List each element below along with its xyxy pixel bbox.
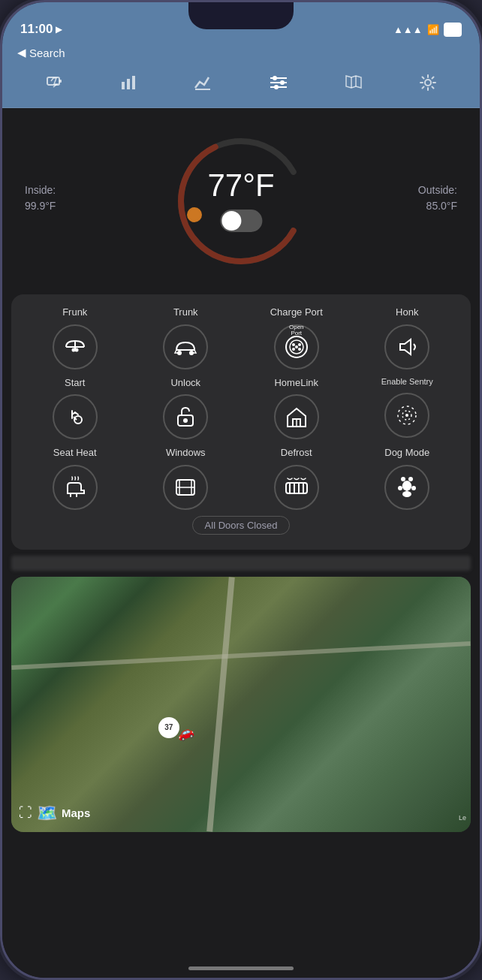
tab-controls[interactable] xyxy=(261,71,296,98)
tab-stats[interactable] xyxy=(113,71,144,98)
back-button[interactable]: ◀ Search xyxy=(17,46,65,59)
map-overlay xyxy=(11,577,471,832)
svg-point-29 xyxy=(298,343,301,346)
homelink-button[interactable] xyxy=(274,394,319,439)
svg-point-11 xyxy=(274,85,279,89)
door-status-badge: All Doors Closed xyxy=(192,516,291,535)
svg-rect-1 xyxy=(59,80,62,83)
svg-point-48 xyxy=(398,486,402,490)
honk-button[interactable] xyxy=(384,324,429,369)
start-button[interactable] xyxy=(53,394,98,439)
svg-point-50 xyxy=(402,491,411,497)
map-bottom-bar: ⛶ 🗺️ Maps xyxy=(19,804,90,823)
temp-value: 77°F xyxy=(207,167,274,204)
start-label: Start xyxy=(65,377,85,389)
home-indicator xyxy=(188,966,294,970)
svg-point-33 xyxy=(74,416,82,424)
phone-frame: 11:00 ▶ ▲▲▲ 📶 74 ◀ Search xyxy=(0,0,482,980)
tab-bar xyxy=(2,67,480,108)
tab-charge[interactable] xyxy=(38,71,71,98)
unlock-button[interactable] xyxy=(163,394,208,439)
seat-heat-button[interactable] xyxy=(53,465,98,510)
windows-control[interactable]: Windows xyxy=(134,447,238,510)
charge-port-button[interactable]: OpenPort xyxy=(274,324,319,369)
ac-toggle[interactable] xyxy=(220,210,262,232)
tab-settings[interactable] xyxy=(412,71,444,98)
signal-icon: ▲▲▲ xyxy=(393,24,423,35)
svg-rect-3 xyxy=(127,79,130,89)
svg-point-28 xyxy=(292,343,295,346)
svg-point-46 xyxy=(401,477,405,481)
svg-point-22 xyxy=(74,348,78,351)
battery-indicator: 74 xyxy=(444,23,462,37)
frunk-control[interactable]: Frunk xyxy=(23,306,127,369)
outside-temp-label: Outside: 85.0°F xyxy=(418,182,457,214)
blur-bar xyxy=(11,556,471,571)
tab-map[interactable] xyxy=(337,71,370,98)
sentry-control[interactable]: Enable Sentry xyxy=(356,377,459,440)
svg-point-32 xyxy=(295,345,298,348)
charge-port-label: Charge Port xyxy=(270,306,323,318)
charge-port-control[interactable]: Charge Port OpenPort xyxy=(245,306,348,369)
dog-mode-button[interactable] xyxy=(384,465,429,510)
homelink-label: HomeLink xyxy=(274,377,318,389)
defrost-label: Defrost xyxy=(281,447,312,459)
svg-point-39 xyxy=(405,414,408,417)
frunk-label: Frunk xyxy=(62,306,87,318)
svg-rect-4 xyxy=(132,76,135,89)
honk-control[interactable]: Honk xyxy=(356,306,459,369)
door-status-text: All Doors Closed xyxy=(205,520,278,531)
svg-point-47 xyxy=(408,477,413,481)
controls-section: Frunk Trunk xyxy=(11,294,471,550)
svg-point-15 xyxy=(425,80,431,86)
seat-heat-control[interactable]: Seat Heat xyxy=(23,447,127,510)
map-legend: Le xyxy=(459,810,466,823)
start-control[interactable]: Start xyxy=(23,377,127,440)
notch xyxy=(188,2,294,29)
maps-label: Maps xyxy=(62,807,90,819)
svg-rect-2 xyxy=(122,82,125,89)
unlock-control[interactable]: Unlock xyxy=(134,377,238,440)
svg-marker-12 xyxy=(346,76,361,88)
wifi-icon: 📶 xyxy=(427,24,439,35)
time-display: 11:00 xyxy=(20,22,53,37)
svg-point-18 xyxy=(187,207,202,222)
inside-temp-label: Inside: 99.9°F xyxy=(25,182,56,214)
svg-point-49 xyxy=(411,486,416,490)
frunk-button[interactable] xyxy=(53,324,98,369)
homelink-control[interactable]: HomeLink xyxy=(245,377,348,440)
dog-mode-control[interactable]: Dog Mode xyxy=(356,447,459,510)
main-content: Inside: 99.9°F 77°F xyxy=(2,108,480,978)
controls-grid: Frunk Trunk xyxy=(23,306,459,510)
thermostat-section: Inside: 99.9°F 77°F xyxy=(2,108,480,288)
dog-mode-label: Dog Mode xyxy=(384,447,429,459)
trunk-control[interactable]: Trunk xyxy=(134,306,238,369)
map-section[interactable]: 37 🚗 ⛶ 🗺️ Maps Le xyxy=(11,577,471,832)
windows-button[interactable] xyxy=(163,465,208,510)
door-status-container: All Doors Closed xyxy=(23,510,459,538)
windows-label: Windows xyxy=(166,447,206,459)
svg-point-7 xyxy=(273,76,277,80)
honk-label: Honk xyxy=(396,306,418,318)
tab-chart[interactable] xyxy=(186,71,219,98)
nav-bar: ◀ Search xyxy=(2,43,480,67)
status-icons: ▲▲▲ 📶 74 xyxy=(393,23,462,37)
back-label: Search xyxy=(29,47,65,59)
sentry-button[interactable] xyxy=(384,393,429,438)
svg-point-9 xyxy=(280,80,285,85)
unlock-label: Unlock xyxy=(170,377,200,389)
svg-point-35 xyxy=(183,418,188,423)
expand-icon[interactable]: ⛶ xyxy=(19,805,32,821)
svg-point-30 xyxy=(292,348,295,351)
trunk-label: Trunk xyxy=(173,306,198,318)
temperature-display: 77°F xyxy=(207,167,274,235)
location-icon: ▶ xyxy=(56,25,62,35)
temperature-dial[interactable]: 77°F xyxy=(166,126,316,276)
svg-point-31 xyxy=(298,348,301,351)
sentry-label: Enable Sentry xyxy=(381,377,433,387)
trunk-button[interactable] xyxy=(163,324,208,369)
back-arrow: ◀ xyxy=(17,46,26,59)
defrost-button[interactable] xyxy=(274,465,319,510)
defrost-control[interactable]: Defrost xyxy=(245,447,348,510)
seat-heat-label: Seat Heat xyxy=(53,447,97,459)
